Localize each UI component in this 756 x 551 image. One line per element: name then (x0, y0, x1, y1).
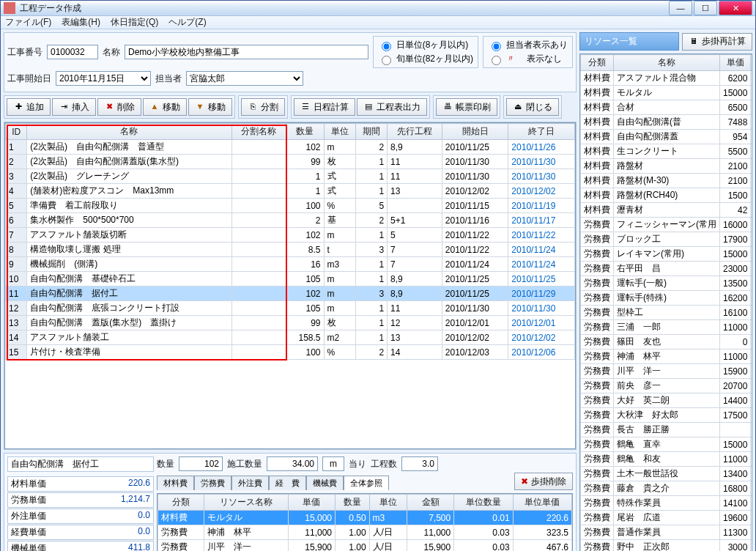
tab-subcontract[interactable]: 外注費 (231, 476, 269, 490)
insert-icon: ⇥ (59, 102, 69, 112)
add-button[interactable]: ✚追加 (7, 98, 51, 116)
detail-grid[interactable]: 分類リソース名称単価数量単位金額単位数量単位単価材料費モルタル15,0000.5… (158, 494, 572, 551)
table-row[interactable]: 労務費川平 洋一15,9001.00人/日15,9000.03467.6 (158, 540, 572, 552)
table-row[interactable]: 労務費野中 正次郎3000時間 (581, 540, 753, 552)
close-panel-button[interactable]: ⏏閉じる (506, 98, 559, 116)
table-row[interactable]: 材料費生コンクリート5500m3 (581, 144, 753, 159)
table-row[interactable]: 材料費自由勾配側溝(普7488本 (581, 115, 753, 130)
table-row[interactable]: 2(2次製品) 自由勾配側溝蓋版(集水型)99枚1112010/11/30201… (6, 155, 575, 169)
table-row[interactable]: 8構造物取壊し運搬 処理8.5t372010/11/222010/11/24 (6, 243, 575, 257)
insert-button[interactable]: ⇥挿入 (52, 98, 96, 116)
table-row[interactable]: 労務費特殊作業員14100人 (581, 496, 753, 511)
maximize-button[interactable]: ☐ (694, 1, 717, 15)
projno-input[interactable] (47, 45, 98, 59)
table-row[interactable]: 12自由勾配側溝 底張コンクリート打設105m1112010/11/302010… (6, 301, 575, 316)
table-row[interactable]: 材料費路盤材(RCH40)1500m3 (581, 188, 753, 203)
table-row[interactable]: 材料費路盤材(M-30)2100m3 (581, 174, 753, 188)
main-grid[interactable]: ID名称分割名称数量単位期間先行工程開始日終了日1(2次製品) 自由勾配側溝 普… (5, 123, 575, 360)
table-row[interactable]: 労務費前央 彦一20700人/日 (581, 379, 753, 393)
table-row[interactable]: 9機械掘削 (側溝)16m3172010/11/242010/11/24 (6, 257, 575, 272)
table-row[interactable]: 労務費型枠工16100人 (581, 306, 753, 320)
detail-workqty-input[interactable] (267, 456, 318, 471)
table-row[interactable]: 労務費フィニッシャーマン(常用16000人/日 (581, 218, 753, 232)
tab-expense[interactable]: 経 費 (269, 476, 306, 490)
close-button[interactable]: ✕ (719, 1, 752, 15)
table-row[interactable]: 労務費神浦 林平11,0001.00人/日11,0000.03323.5 (158, 525, 572, 540)
table-row[interactable]: 労務費鶴亀 直幸15000人/日 (581, 437, 753, 452)
delete-button[interactable]: ✖削除 (97, 98, 141, 116)
table-row[interactable]: 労務費レイキマン(常用)15000人/日 (581, 247, 753, 262)
radio-manager-show[interactable] (492, 42, 501, 51)
table-row[interactable]: 3(2次製品) グレーチング1式1112010/11/302010/11/30 (6, 169, 575, 184)
table-row[interactable]: 労務費土木一般世話役13400人 (581, 467, 753, 481)
table-row[interactable]: 14アスファルト舗装工158.5m21132010/12/022010/12/0… (6, 330, 575, 345)
table-row[interactable]: 労務費川平 洋一15900人/日 (581, 364, 753, 379)
split-button[interactable]: ⎘分割 (241, 98, 285, 116)
table-row[interactable]: 4(舗装材)密粒度アスコン Max13mm1式1132010/12/022010… (6, 184, 575, 199)
menu-file[interactable]: ファイル(F) (5, 16, 51, 29)
table-row[interactable]: 11自由勾配側溝 据付工102m38,92010/11/252010/11/29 (6, 286, 575, 301)
table-row[interactable]: 労務費右平田 昌23000人/日 (581, 262, 753, 276)
startdate-select[interactable]: 2010年11月15日 (56, 71, 151, 86)
tab-all[interactable]: 全体参照 (344, 476, 389, 490)
print-button[interactable]: 🖶帳票印刷 (436, 98, 497, 116)
menu-holiday[interactable]: 休日指定(Q) (111, 16, 158, 29)
table-row[interactable]: 労務費普通作業員11300人 (581, 525, 753, 540)
menu-help[interactable]: ヘルプ(Z) (168, 16, 206, 29)
table-row[interactable]: 労務費鶴亀 和友11000人/日 (581, 452, 753, 467)
table-row[interactable]: 材料費合材6500t (581, 100, 753, 115)
table-row[interactable]: 労務費長古 勝正勝 (581, 423, 753, 437)
table-row[interactable]: 労務費ブロック工17900人 (581, 232, 753, 247)
table-row[interactable]: 6集水桝製作 500*500*7002基25+12010/11/162010/1… (6, 213, 575, 228)
radio-manager-hide[interactable] (492, 56, 501, 65)
plus-icon: ✚ (13, 102, 23, 112)
radio-day[interactable] (382, 42, 391, 51)
table-row[interactable]: 13自由勾配側溝 蓋版(集水型) 蓋掛け99枚1122010/12/012010… (6, 316, 575, 330)
resource-grid-wrap: 分類名称単価単位材料費アスファルト混合物6200t材料費モルタル15000m3材… (579, 53, 752, 551)
del-rate-button[interactable]: ✖歩掛削除 (514, 473, 573, 490)
detail-procs-input[interactable] (401, 456, 438, 471)
table-row[interactable]: 労務費大秋津 好太郎17500人/日 (581, 408, 753, 423)
tab-machine[interactable]: 機械費 (306, 476, 344, 490)
table-row[interactable]: 材料費モルタル15000m3 (581, 86, 753, 100)
detail-panel: 自由勾配側溝 据付工 材料単価220.6 労務単価1,214.7 外注単価0.0… (4, 453, 577, 551)
main-grid-panel: ID名称分割名称数量単位期間先行工程開始日終了日1(2次製品) 自由勾配側溝 普… (4, 122, 577, 450)
detail-qty-input[interactable] (179, 456, 223, 471)
table-row[interactable]: 労務費大好 英二朗14400人/日 (581, 393, 753, 408)
table-row[interactable]: 労務費尾岩 広道19600人/日 (581, 511, 753, 525)
radio-tenday[interactable] (382, 56, 391, 65)
resource-grid[interactable]: 分類名称単価単位材料費アスファルト混合物6200t材料費モルタル15000m3材… (580, 54, 752, 551)
table-row[interactable]: 10自由勾配側溝 基礎砕石工105m18,92010/11/252010/11/… (6, 272, 575, 286)
table-row[interactable]: 材料費路盤材2100m3 (581, 159, 753, 174)
table-row[interactable]: 7アスファルト舗装版切断102m152010/11/222010/11/22 (6, 228, 575, 243)
recalc-button[interactable]: 🖩歩掛再計算 (682, 33, 752, 51)
movedown-button[interactable]: ▼移動 (188, 98, 232, 116)
unit-radio-group: 日単位(8ヶ月以内) 旬単位(82ヶ月以内) (373, 36, 478, 68)
table-row[interactable]: 5準備費 着工前段取り100%52010/11/152010/11/19 (6, 199, 575, 213)
table-row[interactable]: 材料費自由勾配側溝蓋954枚 (581, 130, 753, 144)
manager-select[interactable]: 宮脇太郎 (186, 71, 303, 86)
table-row[interactable]: 材料費瀝青材42L (581, 203, 753, 218)
table-row[interactable]: 1(2次製品) 自由勾配側溝 普通型102m28,92010/11/252010… (6, 140, 575, 155)
chart-button[interactable]: ▤工程表出力 (357, 98, 427, 116)
header-panel: 工事番号 名称 日単位(8ヶ月以内) 旬単位(82ヶ月以内) 担当者表示あり 〃… (4, 32, 577, 92)
menubar: ファイル(F) 表編集(H) 休日指定(Q) ヘルプ(Z) (1, 16, 755, 29)
table-row[interactable]: 材料費アスファルト混合物6200t (581, 71, 753, 86)
projname-input[interactable] (125, 45, 368, 59)
toolbar: ✚追加 ⇥挿入 ✖削除 ▲移動 ▼移動 ⎘分割 ☰日程計算 ▤工程表出力 🖶帳票… (4, 95, 577, 119)
schedule-button[interactable]: ☰日程計算 (294, 98, 355, 116)
menu-edit[interactable]: 表編集(H) (62, 16, 100, 29)
table-row[interactable]: 材料費モルタル15,0000.50m37,5000.01220.6 (158, 511, 572, 525)
moveup-button[interactable]: ▲移動 (143, 98, 187, 116)
table-row[interactable]: 15片付け・検査準備100%2142010/12/032010/12/06 (6, 345, 575, 360)
print-icon: 🖶 (442, 102, 453, 112)
table-row[interactable]: 労務費運転手(特殊)16200人 (581, 291, 753, 306)
table-row[interactable]: 労務費三浦 一郎11000人/日 (581, 320, 753, 335)
table-row[interactable]: 労務費神浦 林平11000人/日 (581, 350, 753, 364)
minimize-button[interactable]: — (669, 1, 692, 15)
tab-material[interactable]: 材料費 (157, 476, 194, 490)
table-row[interactable]: 労務費運転手(一般)13500人 (581, 276, 753, 291)
table-row[interactable]: 労務費藤倉 貴之介16800人/日 (581, 481, 753, 496)
table-row[interactable]: 労務費篠田 友也0人/日 (581, 335, 753, 350)
tab-labor[interactable]: 労務費 (194, 476, 231, 490)
